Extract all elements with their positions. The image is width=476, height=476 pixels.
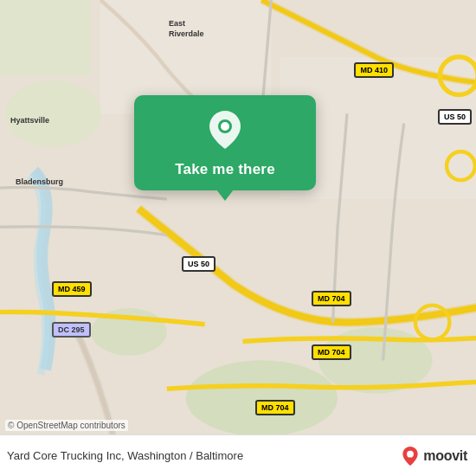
map-background — [0, 0, 476, 476]
svg-point-5 — [6, 80, 101, 147]
svg-point-1 — [186, 360, 338, 436]
take-me-there-button[interactable]: Take me there — [175, 161, 275, 178]
badge-us50-top: US 50 — [438, 109, 472, 125]
map-attribution: © OpenStreetMap contributors — [5, 420, 128, 431]
badge-md704-1: MD 704 — [312, 291, 351, 306]
location-label: Yard Core Trucking Inc, Washington / Bal… — [7, 449, 243, 462]
svg-rect-4 — [0, 0, 91, 76]
popup-card[interactable]: Take me there — [134, 95, 316, 190]
badge-md704-2: MD 704 — [312, 344, 351, 360]
svg-point-13 — [407, 450, 414, 457]
badge-md410: MD 410 — [354, 62, 394, 78]
map-container: Hyattsville Bladensburg EastRiverdale US… — [0, 0, 476, 476]
moovit-pin-icon — [401, 447, 420, 466]
location-pin-icon — [206, 111, 244, 149]
moovit-logo: moovit — [401, 447, 467, 466]
badge-md704-3: MD 704 — [255, 400, 295, 415]
popup-pointer — [216, 190, 234, 201]
badge-dc295: DC 295 — [52, 322, 91, 338]
badge-us50-mid: US 50 — [182, 256, 215, 272]
svg-point-12 — [221, 122, 229, 131]
moovit-wordmark: moovit — [423, 448, 467, 464]
bottom-bar: Yard Core Trucking Inc, Washington / Bal… — [0, 434, 476, 476]
badge-md459: MD 459 — [52, 281, 92, 297]
